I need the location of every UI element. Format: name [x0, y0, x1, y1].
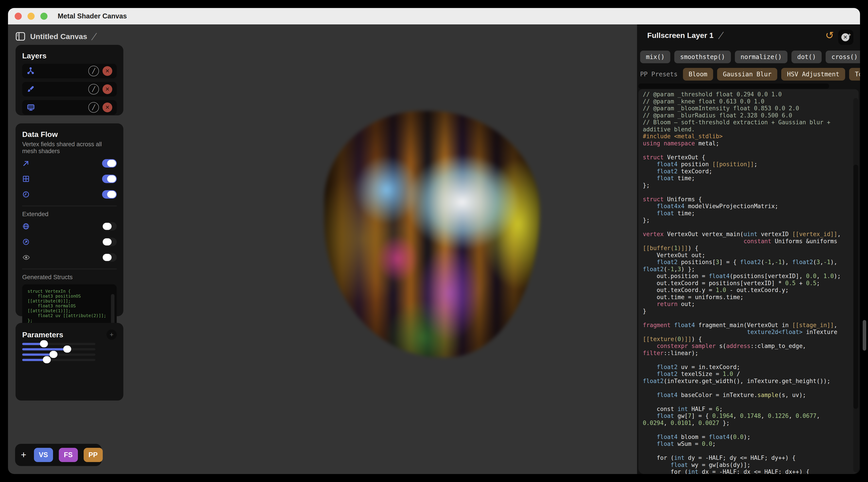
field-toggle[interactable]	[102, 175, 117, 183]
data-flow-field-row	[22, 187, 117, 201]
minimize-window-button[interactable]	[28, 13, 35, 20]
display-icon	[27, 103, 35, 112]
brush-icon	[27, 85, 35, 93]
layers-title: Layers	[22, 52, 117, 60]
layer-row[interactable]: ╱ ✕	[22, 64, 117, 78]
preset-chip[interactable]: Bloom	[683, 68, 713, 81]
add-layer-button[interactable]: +	[21, 450, 26, 460]
data-flow-field-row	[22, 172, 117, 186]
parameter-row	[22, 354, 117, 356]
data-flow-title: Data Flow	[22, 130, 117, 139]
vs-shader-button[interactable]: VS	[34, 448, 53, 462]
close-panel-button[interactable]: ✕	[841, 33, 849, 41]
pp-presets-label: PP Presets	[640, 70, 678, 78]
parameter-slider[interactable]	[22, 359, 95, 361]
canvas-name: Untitled Canvas	[30, 32, 87, 41]
editor-header: Fullscreen Layer 1 ╱ ↺ ✦✦ ✕	[637, 24, 860, 50]
ai-sparkle-button[interactable]: ✦✦ ✕	[838, 30, 854, 45]
add-parameter-button[interactable]: +	[106, 330, 117, 340]
preset-chip[interactable]: Tone Mapping	[849, 68, 860, 81]
function-chip[interactable]: normalize()	[735, 51, 787, 63]
edit-layer-button[interactable]: ╱	[88, 84, 99, 94]
app-window: Metal Shader Canvas Untitled Canvas ╱ La…	[8, 8, 860, 474]
presets-row: PP Presets BloomGaussian BlurHSV Adjustm…	[640, 68, 860, 81]
parameter-slider[interactable]	[22, 348, 95, 351]
layer-row[interactable]: ╱ ✕	[22, 82, 117, 96]
data-flow-field-row	[22, 250, 117, 264]
data-flow-subtitle: Vertex fields shared across all mesh sha…	[22, 141, 117, 155]
window-title: Metal Shader Canvas	[58, 12, 127, 20]
layer-row[interactable]: ╱ ✕	[22, 100, 117, 115]
rename-canvas-icon[interactable]: ╱	[92, 32, 97, 40]
grid-icon	[22, 175, 32, 183]
layers-panel: Layers ╱ ✕ ╱ ✕ ╱ ✕	[16, 45, 123, 115]
parameters-panel: Parameters +	[16, 323, 123, 400]
chips-horizontal-scrollbar[interactable]	[638, 84, 829, 89]
code-scrollbar-track[interactable]	[854, 98, 858, 472]
parameter-row	[22, 348, 117, 351]
parameters-title: Parameters	[22, 330, 63, 339]
code-editor[interactable]: // @param _threshold float 0.294 0.0 1.0…	[638, 89, 859, 474]
edit-layer-button[interactable]: ╱	[88, 66, 99, 76]
data-flow-panel: Data Flow Vertex fields shared across al…	[16, 123, 123, 316]
function-chip[interactable]: smoothstep()	[674, 51, 731, 63]
arrow-up-right-icon	[22, 159, 32, 167]
circle-arrow-icon	[22, 238, 32, 246]
preset-chip[interactable]: HSV Adjustment	[781, 68, 845, 81]
parameter-slider[interactable]	[22, 343, 95, 345]
generated-structs-label: Generated Structs	[22, 274, 117, 281]
pp-shader-button[interactable]: PP	[84, 448, 103, 462]
fs-shader-button[interactable]: FS	[59, 448, 78, 462]
data-flow-field-row	[22, 219, 117, 233]
editor-title: Fullscreen Layer 1	[647, 31, 714, 40]
undo-icon[interactable]: ↺	[825, 29, 834, 41]
function-chip[interactable]: cross()	[826, 51, 860, 63]
parameter-slider[interactable]	[22, 354, 95, 356]
edit-layer-button[interactable]: ╱	[88, 102, 99, 113]
editor-code: // @param _threshold float 0.294 0.0 1.0…	[643, 91, 852, 474]
screen: Metal Shader Canvas Untitled Canvas ╱ La…	[0, 0, 868, 482]
divider	[22, 206, 117, 206]
function-chips-row: mix()smoothstep()normalize()dot()cross()…	[640, 51, 860, 63]
sidebar-toggle-icon[interactable]	[16, 32, 25, 41]
field-toggle[interactable]	[102, 190, 117, 199]
data-flow-field-row	[22, 235, 117, 249]
delete-layer-button[interactable]: ✕	[102, 66, 112, 76]
field-toggle[interactable]	[102, 159, 117, 168]
delete-layer-button[interactable]: ✕	[102, 84, 112, 94]
field-toggle[interactable]	[102, 238, 117, 246]
preset-chip[interactable]: Gaussian Blur	[717, 68, 777, 81]
parameter-row	[22, 343, 117, 345]
editor-panel: Fullscreen Layer 1 ╱ ↺ ✦✦ ✕ mix()smooths…	[637, 24, 860, 474]
extended-label: Extended	[22, 211, 117, 218]
function-chip[interactable]: dot()	[792, 51, 822, 63]
vector-icon	[27, 67, 35, 75]
delete-layer-button[interactable]: ✕	[102, 102, 112, 112]
layer-toolbar: + VSFSPP	[15, 444, 102, 466]
function-chip[interactable]: mix()	[640, 51, 670, 63]
close-window-button[interactable]	[14, 13, 22, 20]
eye-icon	[22, 254, 32, 261]
zoom-window-button[interactable]	[40, 13, 48, 20]
shader-preview-blob[interactable]	[324, 111, 540, 357]
parameter-row	[22, 359, 117, 361]
code-scrollbar-thumb[interactable]	[854, 165, 858, 409]
field-toggle[interactable]	[102, 253, 117, 262]
field-toggle[interactable]	[102, 222, 117, 231]
rename-layer-icon[interactable]: ╱	[718, 31, 723, 39]
clock-icon	[22, 191, 32, 198]
titlebar: Metal Shader Canvas	[8, 8, 860, 24]
overlay-scrollbar-thumb[interactable]	[863, 320, 866, 351]
globe-icon	[22, 222, 32, 230]
data-flow-field-row	[22, 156, 117, 170]
divider	[22, 269, 117, 269]
